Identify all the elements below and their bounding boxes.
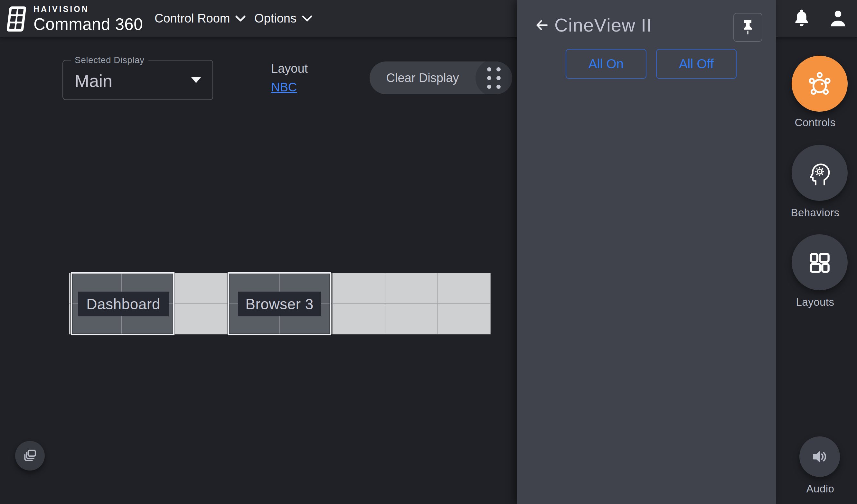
sidebar-item-label: Audio [778,483,857,495]
clear-display-label: Clear Display [370,62,475,94]
controls-panel: CineView II All On All Off [517,0,776,504]
behaviors-circle[interactable] [792,145,848,201]
user-profile-button[interactable] [829,0,847,37]
back-arrow-icon [533,17,550,33]
dropdown-arrow-icon [191,77,201,83]
user-icon [829,9,847,29]
drag-handle[interactable] [475,62,512,94]
bell-icon [793,9,810,29]
menu-options[interactable]: Options [254,0,313,37]
notifications-button[interactable] [793,0,810,37]
brand-logo[interactable]: HAIVISION Command 360 [6,4,143,34]
scenes-stack-button[interactable] [15,441,45,471]
back-button[interactable] [532,15,551,35]
all-on-button[interactable]: All On [566,49,646,79]
layers-icon [21,447,39,465]
tile-label: Dashboard [78,291,169,316]
layouts-circle[interactable] [792,234,848,290]
layout-nbc-link[interactable]: NBC [271,81,297,94]
pin-icon [740,19,756,36]
wall-tile-dashboard[interactable]: Dashboard [71,272,174,335]
selected-display-dropdown[interactable]: Selected Display Main [63,60,213,100]
haivision-logo-icon [6,6,27,33]
menu-control-room-label: Control Room [154,12,230,26]
speaker-icon [809,446,830,467]
clear-display-button[interactable]: Clear Display [370,62,512,94]
layout-blocks-icon [805,248,835,277]
sidebar-item-label: Layouts [773,296,857,308]
chevron-down-icon [302,15,313,22]
wall-tile-browser3[interactable]: Browser 3 [228,272,331,335]
brand-command360: Command 360 [33,15,143,34]
selected-display-value: Main [75,71,112,91]
audio-circle[interactable] [800,436,840,477]
chevron-down-icon [235,15,246,22]
menu-options-label: Options [254,12,297,26]
all-off-button[interactable]: All Off [656,49,737,79]
layout-label: Layout [271,62,308,75]
tile-label: Browser 3 [238,291,321,316]
sidebar-item-label: Behaviors [773,207,857,219]
head-gear-icon [804,157,835,188]
video-wall-grid: Dashboard Browser 3 [69,273,491,334]
controls-dial-icon [804,68,836,100]
panel-title: CineView II [554,14,652,36]
pin-button[interactable] [733,13,762,42]
sidebar-item-label: Controls [773,117,857,129]
menu-control-room[interactable]: Control Room [154,0,246,37]
controls-circle[interactable] [792,56,848,112]
brand-haivision: HAIVISION [33,4,143,14]
panel-actions: All On All Off [517,49,776,79]
selected-display-label: Selected Display [71,55,148,65]
six-dots-drag-icon [487,67,501,89]
